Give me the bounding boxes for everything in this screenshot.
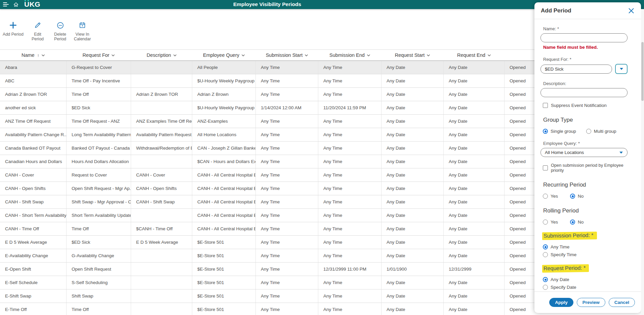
cell-request_end: Any Date bbox=[444, 182, 505, 195]
cell-status: Opened bbox=[505, 155, 535, 168]
radio-recurring-yes[interactable]: Yes bbox=[543, 194, 558, 199]
table-header-row: Name↑Request ForDescriptionEmployee Quer… bbox=[0, 49, 535, 61]
cell-submission_end: Any Time bbox=[318, 168, 381, 182]
column-header-name[interactable]: Name↑ bbox=[0, 50, 67, 61]
table-row[interactable]: Availability Pattern Change R...Long Ter… bbox=[0, 128, 535, 142]
column-header-employee_query[interactable]: Employee Query bbox=[192, 50, 256, 61]
cell-request_start: Any Date bbox=[381, 61, 444, 74]
chevron-down-icon bbox=[41, 54, 45, 56]
column-header-request_start[interactable]: Request Start bbox=[381, 50, 444, 61]
table-row[interactable]: CANH - Time OffTime Off$CANH - Time OffC… bbox=[0, 222, 535, 236]
cell-name: CANH - Shift Swap bbox=[0, 195, 67, 208]
table-row[interactable]: E-Self ScheduleS-Self Scheduling$E-Store… bbox=[0, 276, 535, 289]
close-icon[interactable] bbox=[628, 8, 634, 14]
table-row[interactable]: E-Availability ChangeG-Availablity Chang… bbox=[0, 249, 535, 263]
panel-body: Name: * Name field must be filled. Reque… bbox=[534, 26, 641, 290]
delete-period-button[interactable]: Delete Period bbox=[52, 21, 69, 42]
cell-employee_query: $E-Store 501 bbox=[192, 236, 256, 249]
cell-status: Opened bbox=[505, 142, 535, 155]
view-in-calendar-button[interactable]: View In Calendar bbox=[73, 21, 92, 42]
radio-submission-any-time[interactable]: Any Time bbox=[543, 244, 628, 249]
column-header-submission_start[interactable]: Submission Start bbox=[256, 50, 318, 61]
column-header-description[interactable]: Description bbox=[131, 50, 192, 61]
name-input[interactable] bbox=[540, 33, 628, 42]
radio-rolling-yes[interactable]: Yes bbox=[543, 220, 558, 225]
hamburger-menu-icon[interactable] bbox=[3, 2, 9, 7]
suppress-event-notification-checkbox[interactable]: Suppress Event Notification bbox=[543, 103, 628, 108]
table-row[interactable]: Canadian Hours and DollarsHours And Doll… bbox=[0, 155, 535, 168]
open-submission-priority-checkbox[interactable]: Open submission period by Employee prior… bbox=[543, 163, 628, 173]
cell-request_for: Time Off bbox=[67, 88, 131, 101]
table-row[interactable]: E-Open ShiftOpen Shift Request$E-Store 5… bbox=[0, 263, 535, 276]
cell-submission_end: Any Time bbox=[318, 74, 381, 87]
table-row[interactable]: Adrian Z Brown TORTime OffAdrian Z Brown… bbox=[0, 88, 535, 101]
table-row[interactable]: CANH - Open ShiftsOpen Shift Request - M… bbox=[0, 182, 535, 195]
radio-request-any-date[interactable]: Any Date bbox=[543, 277, 628, 282]
cell-description: CANH - Shift Swap bbox=[131, 195, 192, 208]
cell-employee_query: $E-Store 501 bbox=[192, 276, 256, 289]
cell-request_for: Open Shift Request - Mgr Ap... bbox=[67, 182, 131, 195]
scrollbar-thumb[interactable] bbox=[641, 42, 644, 101]
cell-submission_end: Any Time bbox=[318, 195, 381, 208]
table-row[interactable]: ANZ Time Off RequestTime Off Request - A… bbox=[0, 115, 535, 128]
radio-request-specify-date[interactable]: Specify Date bbox=[543, 285, 628, 290]
cell-status: Opened bbox=[505, 88, 535, 101]
vertical-scrollbar[interactable] bbox=[641, 9, 644, 315]
request-period-heading-highlighted: Request Period: * bbox=[542, 264, 589, 273]
radio-rolling-no[interactable]: No bbox=[570, 220, 583, 225]
add-period-button[interactable]: Add Period bbox=[3, 21, 24, 37]
ukg-logo[interactable]: UKG bbox=[24, 0, 40, 8]
cell-employee_query: $E-Store 501 bbox=[192, 303, 256, 315]
radio-recurring-no[interactable]: No bbox=[570, 194, 583, 199]
table-row[interactable]: Canada Banked OT PayoutBanked OT Payout … bbox=[0, 142, 535, 155]
cell-submission_end: 11/20/2024 11:59 PM bbox=[318, 101, 381, 114]
panel-title: Add Period bbox=[541, 7, 571, 14]
cell-name: CANH - Open Shifts bbox=[0, 182, 67, 195]
cell-request_start: Any Date bbox=[381, 303, 444, 315]
cell-employee_query: All People bbox=[192, 61, 256, 74]
home-icon[interactable] bbox=[13, 2, 19, 9]
cell-name: ANZ Time Off Request bbox=[0, 115, 67, 128]
radio-submission-specify-time[interactable]: Specify Time bbox=[543, 252, 628, 257]
cell-request_start: Any Date bbox=[381, 128, 444, 141]
cell-name: E-Time Off bbox=[0, 303, 67, 315]
radio-single-group[interactable]: Single group bbox=[543, 129, 576, 134]
table-row[interactable]: CANH - Shift SwapShift Swap - Mgr Approv… bbox=[0, 195, 535, 209]
employee-query-select[interactable]: All Home Locations bbox=[540, 148, 628, 157]
table-row[interactable]: another ed sick$ED Sick$U-Hourly Weekly … bbox=[0, 101, 535, 115]
column-header-request_for[interactable]: Request For bbox=[67, 50, 131, 61]
table-row[interactable]: E-Shift SwapShift Swap$E-Store 501Any Ti… bbox=[0, 289, 535, 303]
cell-submission_end: Any Time bbox=[318, 128, 381, 141]
table-row[interactable]: AbaraG-Request to CoverAll PeopleAny Tim… bbox=[0, 61, 535, 74]
description-label: Description: bbox=[543, 81, 628, 86]
cancel-button[interactable]: Cancel bbox=[609, 298, 635, 307]
cell-status: Opened bbox=[505, 74, 535, 87]
column-header-submission_end[interactable]: Submission End bbox=[318, 50, 381, 61]
apply-button[interactable]: Apply bbox=[549, 298, 573, 307]
cell-employee_query: All Home Locations bbox=[192, 128, 256, 141]
table-row[interactable]: CANH - CoverRequest to CoverCANH - Cover… bbox=[0, 168, 535, 182]
radio-multi-group[interactable]: Multi group bbox=[586, 129, 616, 134]
cell-employee_query: CANH - All Central Hospital E... bbox=[192, 182, 256, 195]
table-row[interactable]: CANH - Short Term AvailabilityShort Term… bbox=[0, 209, 535, 222]
cell-request_for: Time Off bbox=[67, 222, 131, 235]
cell-submission_start: Any Time bbox=[256, 128, 318, 141]
table-row[interactable]: E-Time OffTime Off$E-Store 501Any TimeAn… bbox=[0, 303, 535, 315]
description-input[interactable] bbox=[540, 88, 628, 97]
cell-request_for: Short Term Availability Update bbox=[67, 209, 131, 222]
cell-request_for: Time Off Request - ANZ bbox=[67, 115, 131, 128]
cell-name: ABC bbox=[0, 74, 67, 87]
request-for-dropdown-button[interactable] bbox=[615, 64, 628, 74]
cell-submission_end: Any Time bbox=[318, 182, 381, 195]
cell-description bbox=[131, 289, 192, 303]
cell-request_for: Request to Cover bbox=[67, 168, 131, 182]
cell-description: $CANH - Time Off bbox=[131, 222, 192, 235]
table-row[interactable]: E D 5 Week Average$ED SickE D 5 Week Ave… bbox=[0, 236, 535, 249]
request-for-select[interactable]: $ED Sick bbox=[540, 65, 612, 74]
edit-period-button[interactable]: Edit Period bbox=[28, 21, 48, 42]
table-row[interactable]: ABCTime Off - Pay Incentive$U-Hourly Wee… bbox=[0, 74, 535, 88]
column-header-request_end[interactable]: Request End bbox=[444, 50, 505, 61]
calendar-icon bbox=[79, 21, 86, 30]
preview-button[interactable]: Preview bbox=[577, 298, 605, 307]
cell-name: CANH - Time Off bbox=[0, 222, 67, 235]
